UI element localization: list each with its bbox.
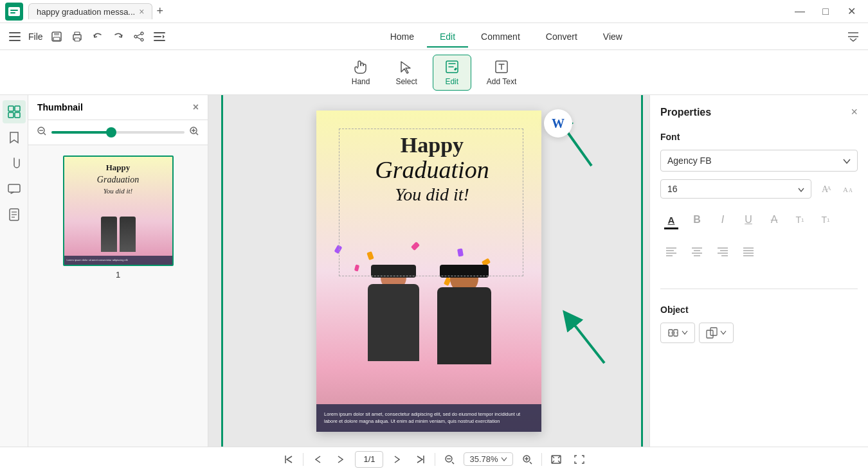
edit-tool-btn[interactable]: Edit (433, 55, 471, 91)
thumbnail-page-item[interactable]: Happy Graduation You did it! Lorem ipsum… (39, 156, 197, 280)
svg-line-41 (196, 133, 198, 135)
select-tool-btn[interactable]: Select (385, 55, 427, 90)
fit-page-btn[interactable] (547, 450, 565, 468)
align-justify-btn[interactable] (737, 241, 759, 263)
svg-rect-19 (154, 36, 161, 37)
nav-home[interactable]: Home (377, 26, 427, 47)
svg-rect-20 (154, 40, 165, 41)
text-format-row: A B I U A T1 T1 (660, 209, 858, 231)
thumbnail-header: Thumbnail × (28, 95, 208, 120)
object-section: Object (660, 305, 858, 343)
underline-btn[interactable]: U (737, 209, 759, 231)
redo-btn[interactable] (109, 27, 128, 46)
superscript-btn[interactable]: T1 (789, 209, 811, 231)
thumbnail-close-btn[interactable]: × (193, 102, 199, 113)
divider2 (435, 453, 435, 466)
svg-point-13 (141, 32, 143, 35)
zoom-slider[interactable] (51, 131, 185, 134)
share-btn[interactable] (129, 27, 149, 46)
svg-line-17 (137, 37, 141, 39)
print-btn[interactable] (68, 27, 87, 46)
addtext-tool-btn[interactable]: Add Text (476, 55, 527, 90)
svg-rect-11 (75, 32, 80, 35)
sidebar-comment-btn[interactable] (3, 177, 26, 200)
align-distribute-btn[interactable] (660, 323, 695, 343)
save-btn[interactable] (47, 27, 66, 46)
nav-comment[interactable]: Comment (468, 26, 533, 47)
divider3 (541, 453, 542, 466)
svg-rect-8 (54, 32, 59, 35)
zoom-level-display[interactable]: 35.78% (464, 452, 512, 466)
toolbar: Hand Select Edit Add Text (0, 50, 868, 95)
zoom-value: 35.78% (469, 454, 498, 464)
svg-rect-1 (8, 7, 20, 16)
svg-rect-30 (8, 184, 20, 192)
align-center-btn[interactable] (686, 241, 708, 263)
restore-btn[interactable]: □ (814, 3, 837, 21)
close-btn[interactable]: ✕ (840, 3, 863, 21)
go-to-last-page-btn[interactable] (411, 450, 429, 468)
bold-btn[interactable]: B (686, 209, 708, 231)
green-arrow-bottom (559, 305, 611, 369)
tab-close-btn[interactable]: × (139, 6, 144, 17)
fullscreen-btn[interactable] (570, 450, 588, 468)
nav-edit[interactable]: Edit (427, 26, 468, 47)
active-tab[interactable]: happy graduation messa... × (28, 3, 152, 19)
left-sidebar (0, 95, 28, 447)
svg-line-16 (137, 34, 141, 36)
svg-point-15 (141, 39, 143, 41)
subscript-btn[interactable]: T1 (815, 209, 836, 231)
svg-rect-2 (10, 10, 18, 11)
arrange-btn[interactable] (699, 323, 734, 343)
svg-rect-68 (710, 328, 717, 335)
collapse-ribbon-btn[interactable] (844, 27, 863, 46)
increase-font-btn[interactable]: AA (817, 179, 836, 199)
font-name-display: Agency FB (667, 156, 711, 166)
thumbnail-panel: Thumbnail × Happy (28, 95, 208, 447)
nav-convert[interactable]: Convert (533, 26, 590, 47)
addtext-label: Add Text (487, 77, 516, 86)
customize-btn[interactable] (150, 27, 169, 46)
go-to-next-page-btn2[interactable] (388, 450, 406, 468)
sidebar-bookmark-btn[interactable] (3, 126, 26, 149)
sidebar-attach-btn[interactable] (3, 152, 26, 175)
new-tab-btn[interactable]: + (156, 4, 163, 18)
pdf-canvas-area: W Happy Graduation You did it! (208, 95, 649, 447)
font-size-row: 16 AA AA (660, 179, 858, 199)
text-color-btn[interactable]: A (660, 209, 682, 231)
panel-close-btn[interactable]: × (851, 105, 858, 119)
font-size-dropdown-arrow (798, 184, 804, 194)
title-bar: happy graduation messa... × + — □ ✕ (0, 0, 868, 23)
font-family-dropdown[interactable]: Agency FB (660, 150, 858, 172)
strikethrough-btn[interactable]: A (763, 209, 785, 231)
minimize-btn[interactable]: — (788, 3, 811, 21)
hand-tool-btn[interactable]: Hand (341, 55, 381, 90)
go-to-first-page-btn[interactable] (280, 450, 298, 468)
page-input[interactable]: 1/1 (355, 451, 383, 468)
zoom-out-icon[interactable] (37, 127, 46, 138)
word-icon-bubble: W (544, 109, 572, 138)
thumbnail-title: Thumbnail (37, 102, 83, 112)
sidebar-pages-btn[interactable] (3, 203, 26, 226)
panel-header: Properties × (660, 105, 858, 119)
hand-label: Hand (352, 77, 370, 86)
align-right-btn[interactable] (712, 241, 734, 263)
go-to-prev-page-btn[interactable] (309, 450, 327, 468)
undo-btn[interactable] (88, 27, 107, 46)
app-logo (5, 3, 23, 21)
italic-btn[interactable]: I (712, 209, 734, 231)
decrease-font-btn[interactable]: AA (838, 179, 858, 199)
sidebar-thumbnail-btn[interactable] (3, 100, 26, 123)
pdf-page: Happy Graduation You did it! (316, 111, 541, 432)
nav-view[interactable]: View (590, 26, 635, 47)
go-to-next-page-btn[interactable] (332, 450, 350, 468)
zoom-out-btn[interactable] (440, 450, 458, 468)
svg-rect-5 (9, 36, 21, 37)
green-line-left (221, 95, 223, 447)
hamburger-menu-btn[interactable] (5, 27, 24, 46)
zoom-in-btn[interactable] (518, 450, 536, 468)
svg-rect-29 (15, 112, 20, 118)
align-left-btn[interactable] (660, 241, 682, 263)
zoom-in-icon[interactable] (190, 127, 199, 138)
font-size-dropdown[interactable]: 16 (660, 179, 811, 199)
